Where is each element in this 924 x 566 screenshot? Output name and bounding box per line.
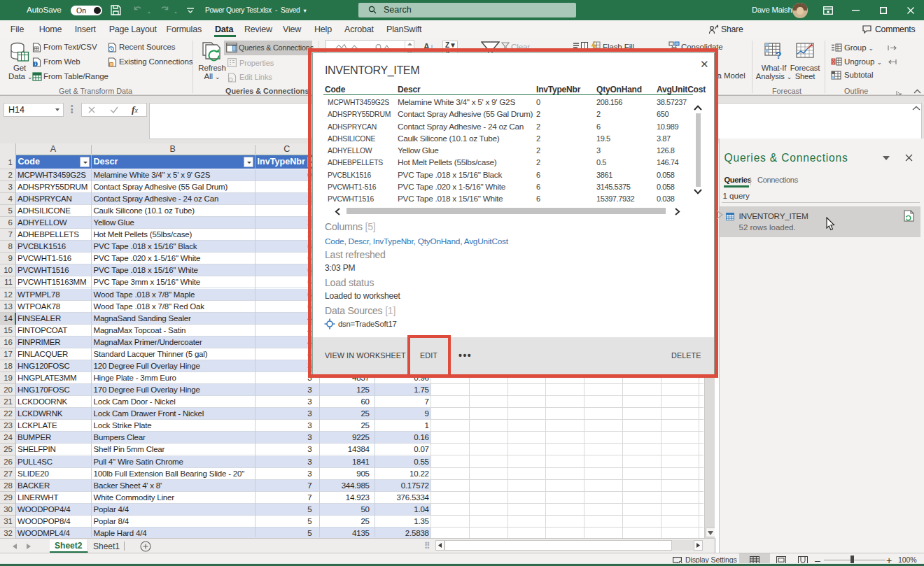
svg-text:?: ? xyxy=(776,50,782,59)
